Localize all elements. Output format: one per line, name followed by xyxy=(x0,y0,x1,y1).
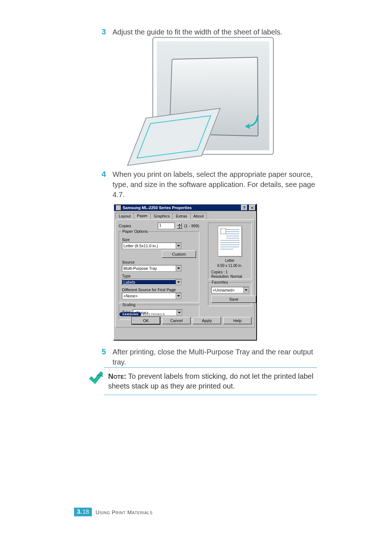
diff-source-combo-value: <None> xyxy=(122,294,176,298)
step-3-text: Adjust the guide to fit the width of the… xyxy=(113,27,282,37)
favorites-save-button[interactable]: Save xyxy=(211,296,256,303)
note-body-text: To prevent labels from sticking, do not … xyxy=(108,372,313,390)
scaling-legend: Scaling xyxy=(121,302,136,307)
diff-source-label: Different Source for First Page xyxy=(122,288,196,292)
step-5: 5 After printing, close the Multi-Purpos… xyxy=(101,347,317,367)
preview-paper-name: Letter xyxy=(211,259,248,263)
preview-resolution-line: Resolution: Normal xyxy=(211,275,248,279)
source-combo[interactable]: Multi-Purpose Tray xyxy=(122,265,181,272)
note-checkmark-icon xyxy=(89,370,103,385)
guide-arrow-icon xyxy=(243,113,260,130)
favorites-combo-value: <Unnamed> xyxy=(212,288,243,292)
titlebar-close-button[interactable]: × xyxy=(249,205,256,211)
tab-graphics[interactable]: Graphics xyxy=(150,213,173,220)
printer-properties-dialog: Samsung ML-2250 Series Properties ? × La… xyxy=(113,204,257,341)
size-combo[interactable]: Letter (8.5x11.0 in.) xyxy=(122,243,181,249)
tab-panel-paper: Copies 1 ▲ ▼ (1 - 999) Paper Options Siz… xyxy=(115,219,255,328)
paper-preview-box: Letter 8.50 x 11.00 in. Copies : 1 Resol… xyxy=(208,223,252,279)
step-4: 4 When you print on labels, select the a… xyxy=(101,169,317,200)
favorites-group: Favorites <Unnamed> Save xyxy=(208,282,252,306)
paper-options-group: Paper Options Size Letter (8.5x11.0 in.)… xyxy=(119,231,199,302)
tab-paper[interactable]: Paper xyxy=(134,212,151,219)
copies-spinner[interactable]: ▲ ▼ xyxy=(177,223,182,229)
step-3-number: 3 xyxy=(101,27,106,37)
printer-tray-shape xyxy=(127,108,221,166)
note-block: Note: To prevent labels from sticking, d… xyxy=(89,367,317,395)
source-combo-value: Multi-Purpose Tray xyxy=(122,266,176,271)
source-label: Source xyxy=(122,260,196,264)
chevron-down-icon xyxy=(243,287,249,293)
size-combo-value: Letter (8.5x11.0 in.) xyxy=(122,244,176,248)
favorites-combo[interactable]: <Unnamed> xyxy=(211,287,249,293)
tab-extras[interactable]: Extras xyxy=(172,213,190,220)
custom-size-button[interactable]: Custom xyxy=(162,251,196,258)
copies-label: Copies xyxy=(119,224,131,228)
type-combo[interactable]: Labels xyxy=(122,279,181,285)
help-button[interactable]: Help xyxy=(223,317,252,324)
note-text: Note: To prevent labels from sticking, d… xyxy=(108,371,317,391)
tab-about[interactable]: About xyxy=(190,213,207,220)
chevron-down-icon xyxy=(176,310,182,316)
titlebar-help-button[interactable]: ? xyxy=(241,205,248,211)
brand-sub: ELECTRONICS xyxy=(143,313,165,316)
chevron-down-icon xyxy=(176,279,181,285)
page-number-badge: 3.18 xyxy=(74,508,92,516)
dialog-titlebar: Samsung ML-2250 Series Properties ? × xyxy=(114,204,256,211)
diff-source-combo[interactable]: <None> xyxy=(122,293,181,299)
step-5-number: 5 xyxy=(101,347,106,357)
paper-options-legend: Paper Options xyxy=(121,229,149,233)
ok-button[interactable]: OK xyxy=(132,317,160,324)
page-number: 18 xyxy=(82,509,89,515)
watermark-s-icon xyxy=(220,228,226,234)
preview-paper-dim: 8.50 x 11.00 in. xyxy=(211,264,248,268)
cancel-button[interactable]: Cancel xyxy=(162,317,191,324)
app-icon xyxy=(115,205,121,211)
note-label: Note: xyxy=(108,372,126,380)
printer-illustration xyxy=(152,37,274,155)
copies-input[interactable]: 1 xyxy=(158,223,175,229)
section-title: Using Print Materials xyxy=(95,509,152,515)
spin-down-icon[interactable]: ▼ xyxy=(177,226,182,229)
paper-preview-icon xyxy=(218,226,242,256)
copies-range: (1 - 999) xyxy=(184,224,199,228)
chapter-number: 3. xyxy=(77,509,82,515)
chevron-down-icon xyxy=(176,293,181,299)
size-label: Size xyxy=(122,237,196,242)
brand-logo: SAMSUNG ELECTRONICS xyxy=(119,312,165,316)
preview-copies-line: Copies : 1 xyxy=(211,270,248,275)
apply-button[interactable]: Apply xyxy=(193,317,221,324)
type-label: Type xyxy=(122,274,196,278)
step-5-text: After printing, close the Multi-Purpose … xyxy=(113,347,317,367)
favorites-legend: Favorites xyxy=(211,280,229,284)
brand-name: SAMSUNG xyxy=(119,312,141,316)
step-3: 3 Adjust the guide to fit the width of t… xyxy=(101,27,317,37)
type-combo-value: Labels xyxy=(122,280,176,284)
tabstrip: Layout Paper Graphics Extras About xyxy=(114,211,256,219)
chevron-down-icon xyxy=(176,265,181,271)
step-4-number: 4 xyxy=(101,169,106,179)
tab-layout[interactable]: Layout xyxy=(115,213,134,220)
dialog-title: Samsung ML-2250 Series Properties xyxy=(123,206,240,210)
page-footer: 3.18 Using Print Materials xyxy=(74,508,152,516)
step-4-text: When you print on labels, select the app… xyxy=(113,169,317,200)
chevron-down-icon xyxy=(176,243,181,249)
spin-up-icon[interactable]: ▲ xyxy=(177,223,182,226)
